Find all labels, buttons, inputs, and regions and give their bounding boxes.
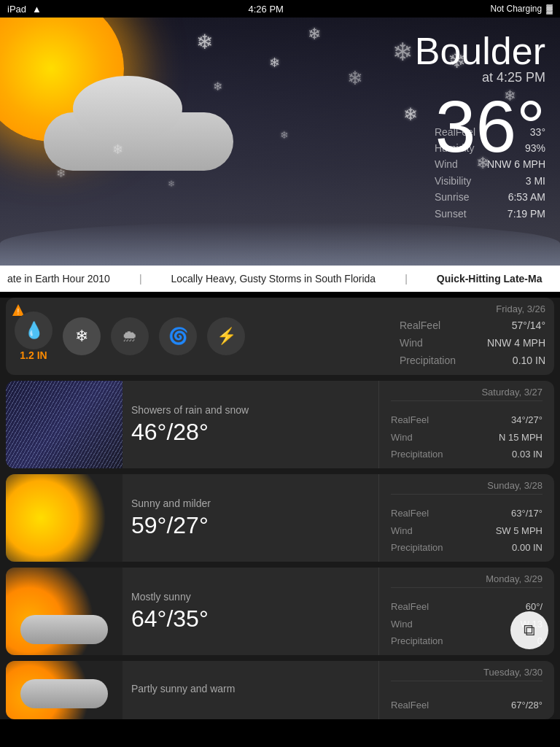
charging-label: Not Charging [491, 4, 542, 14]
weather-hero: ❄ ❄ ❄ ❄ ❄ ❄ ❄ ❄ ❄ ❄ ❄ ❄ ❄ ❄ Boulder at 4… [0, 18, 560, 266]
sunday-image [6, 474, 122, 562]
wind-icon: 🌀 [159, 317, 197, 355]
detail-sunrise: Sunrise 6:53 AM [435, 189, 545, 205]
ticker-content: ate in Earth Hour 2010 | Locally Heavy, … [0, 273, 549, 285]
forecast-section: ! 💧 1.2 IN ❄ 🌧 🌀 ⚡ Friday, 3/26 RealFeel… [0, 298, 560, 719]
detail-humidity: Humidity 93% [435, 140, 545, 156]
copy-icon: ⧉ [524, 621, 535, 640]
saturday-temp: 46°/28° [131, 419, 370, 446]
sunday-date: Sunday, 3/28 [391, 480, 542, 495]
monday-image [6, 568, 122, 655]
forecast-monday[interactable]: Mostly sunny 64°/35° Monday, 3/29 RealFe… [6, 568, 554, 655]
device-label: iPad [7, 4, 26, 15]
ticker-item-1: ate in Earth Hour 2010 [7, 273, 110, 285]
forecast-sunday[interactable]: Sunny and milder 59°/27° Sunday, 3/28 Re… [6, 474, 554, 562]
saturday-stats: RealFeel 34°/27° Wind N 15 MPH Precipita… [391, 411, 542, 462]
today-realfeel: 57°/14° [512, 317, 545, 335]
wifi-icon: ▲ [32, 4, 42, 15]
today-icon-group: 💧 1.2 IN [15, 311, 52, 361]
svg-text:!: ! [18, 308, 20, 316]
sunday-stats: RealFeel 63°/17° Wind SW 5 MPH Precipita… [391, 505, 542, 556]
sunday-center: Sunny and milder 59°/27° [122, 474, 379, 562]
rain-icon: 💧 [15, 311, 52, 349]
status-bar: iPad ▲ 4:26 PM Not Charging ▓ [0, 0, 560, 18]
time-display: 4:26 PM [249, 4, 284, 15]
snow-icon: ❄ [63, 317, 101, 355]
today-precip-val: 0.10 IN [513, 352, 545, 370]
tuesday-stats: RealFeel 67°/28° [391, 697, 542, 713]
sunday-temp: 59°/27° [131, 512, 370, 539]
tuesday-date: Tuesday, 3/30 [391, 667, 542, 681]
battery-icon: ▓ [546, 4, 553, 14]
detail-realfeel: RealFeel 33° [435, 124, 545, 140]
today-wind: NNW 4 MPH [487, 335, 545, 352]
tuesday-image [6, 661, 122, 719]
detail-wind: Wind NNW 6 MPH [435, 156, 545, 172]
tuesday-right: Tuesday, 3/30 RealFeel 67°/28° [379, 661, 554, 719]
weather-details: RealFeel 33° Humidity 93% Wind NNW 6 MPH… [435, 124, 545, 222]
today-details: Friday, 3/26 RealFeel 57°/14° Wind NNW 4… [400, 303, 545, 369]
today-weather-icons: 💧 1.2 IN ❄ 🌧 🌀 ⚡ [15, 311, 400, 361]
precip-amount: 1.2 IN [15, 349, 52, 361]
monday-condition: Mostly sunny [131, 591, 370, 603]
sunday-right: Sunday, 3/28 RealFeel 63°/17° Wind SW 5 … [379, 474, 554, 562]
detail-sunset: Sunset 7:19 PM [435, 206, 545, 222]
news-ticker[interactable]: ate in Earth Hour 2010 | Locally Heavy, … [0, 266, 560, 292]
forecast-tuesday[interactable]: Partly sunny and warm Tuesday, 3/30 Real… [6, 661, 554, 719]
weather-time: at 4:25 PM [415, 70, 545, 85]
saturday-date: Saturday, 3/27 [391, 387, 542, 401]
lightning-icon: ⚡ [207, 317, 245, 355]
saturday-image [6, 381, 122, 468]
saturday-right: Saturday, 3/27 RealFeel 34°/27° Wind N 1… [379, 381, 554, 468]
tuesday-center: Partly sunny and warm [122, 661, 379, 719]
monday-date: Monday, 3/29 [391, 573, 542, 588]
monday-temp: 64°/35° [131, 605, 370, 632]
today-forecast-row[interactable]: ! 💧 1.2 IN ❄ 🌧 🌀 ⚡ Friday, 3/26 RealFeel… [6, 298, 554, 375]
saturday-condition: Showers of rain and snow [131, 404, 370, 416]
copy-button[interactable]: ⧉ [510, 611, 548, 649]
snow-ground [0, 222, 560, 266]
detail-visibility: Visibility 3 MI [435, 173, 545, 189]
rain-outline-icon: 🌧 [111, 317, 149, 355]
cloud-graphic [29, 76, 248, 171]
forecast-saturday[interactable]: Showers of rain and snow 46°/28° Saturda… [6, 381, 554, 468]
ticker-item-3: Quick-Hitting Late-Ma [437, 273, 542, 285]
today-stats: RealFeel 57°/14° Wind NNW 4 MPH Precipit… [400, 317, 545, 369]
today-date: Friday, 3/26 [400, 303, 545, 314]
ticker-item-2: Locally Heavy, Gusty Storms in South Flo… [171, 273, 376, 285]
city-name: Boulder [415, 32, 545, 70]
saturday-center: Showers of rain and snow 46°/28° [122, 381, 379, 468]
tuesday-condition: Partly sunny and warm [131, 683, 370, 694]
sunday-condition: Sunny and milder [131, 498, 370, 509]
monday-center: Mostly sunny 64°/35° [122, 568, 379, 655]
